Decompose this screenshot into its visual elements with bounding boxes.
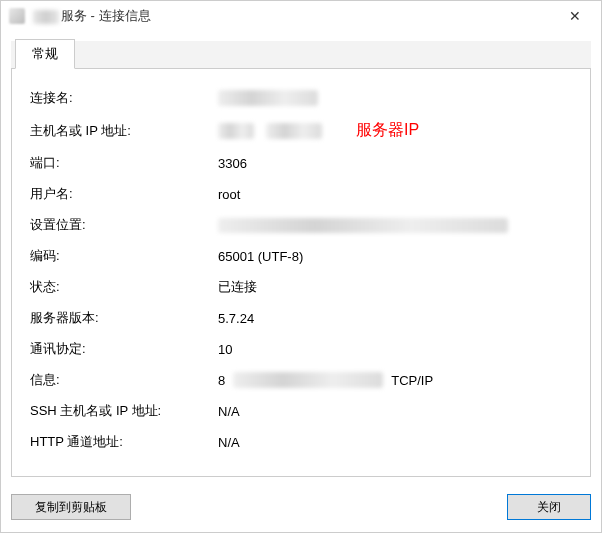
row-server-version: 服务器版本: 5.7.24 [30,309,572,327]
tab-general[interactable]: 常规 [15,39,75,69]
row-port: 端口: 3306 [30,154,572,172]
row-connection-name: 连接名: [30,89,572,107]
row-status: 状态: 已连接 [30,278,572,296]
label-host: 主机名或 IP 地址: [30,122,218,140]
value-encoding: 65001 (UTF-8) [218,249,572,264]
tabstrip: 常规 [11,41,591,69]
row-user: 用户名: root [30,185,572,203]
dialog-footer: 复制到剪贴板 关闭 [11,494,591,520]
value-server-version: 5.7.24 [218,311,572,326]
value-user: root [218,187,572,202]
value-location [218,218,572,233]
row-location: 设置位置: [30,216,572,234]
label-connection-name: 连接名: [30,89,218,107]
copy-to-clipboard-button[interactable]: 复制到剪贴板 [11,494,131,520]
client-area: 常规 连接名: 主机名或 IP 地址: 服务器IP 端口: 3306 [1,31,601,532]
label-protocol: 通讯协定: [30,340,218,358]
window-title: 服务 - 连接信息 [31,7,555,25]
value-connection-name [218,90,572,106]
dialog-window: 服务 - 连接信息 ✕ 常规 连接名: 主机名或 IP 地址: 服务器IP [0,0,602,533]
label-port: 端口: [30,154,218,172]
redacted-value [266,123,322,139]
redacted-value [218,123,254,139]
row-encoding: 编码: 65001 (UTF-8) [30,247,572,265]
row-host: 主机名或 IP 地址: 服务器IP [30,120,572,141]
row-ssh-host: SSH 主机名或 IP 地址: N/A [30,402,572,420]
label-info: 信息: [30,371,218,389]
annotation-server-ip: 服务器IP [356,120,419,141]
close-button[interactable]: 关闭 [507,494,591,520]
label-location: 设置位置: [30,216,218,234]
label-user: 用户名: [30,185,218,203]
value-info-prefix: 8 [218,373,225,388]
label-ssh-host: SSH 主机名或 IP 地址: [30,402,218,420]
close-icon[interactable]: ✕ [555,2,595,30]
row-protocol: 通讯协定: 10 [30,340,572,358]
value-protocol: 10 [218,342,572,357]
redacted-value [218,218,508,233]
tab-panel-general: 连接名: 主机名或 IP 地址: 服务器IP 端口: 3306 用户名: roo… [11,69,591,477]
label-encoding: 编码: [30,247,218,265]
value-http-tunnel: N/A [218,435,572,450]
value-ssh-host: N/A [218,404,572,419]
value-port: 3306 [218,156,572,171]
window-title-text: 服务 - 连接信息 [61,8,151,23]
titlebar[interactable]: 服务 - 连接信息 ✕ [1,1,601,31]
label-http-tunnel: HTTP 通道地址: [30,433,218,451]
value-info: 8TCP/IP [218,372,572,388]
row-info: 信息: 8TCP/IP [30,371,572,389]
label-server-version: 服务器版本: [30,309,218,327]
redacted-value [233,372,383,388]
value-info-suffix: TCP/IP [391,373,433,388]
label-status: 状态: [30,278,218,296]
app-icon [9,8,25,24]
redacted-value [218,90,318,106]
value-host: 服务器IP [218,120,572,141]
value-status: 已连接 [218,278,572,296]
row-http-tunnel: HTTP 通道地址: N/A [30,433,572,451]
